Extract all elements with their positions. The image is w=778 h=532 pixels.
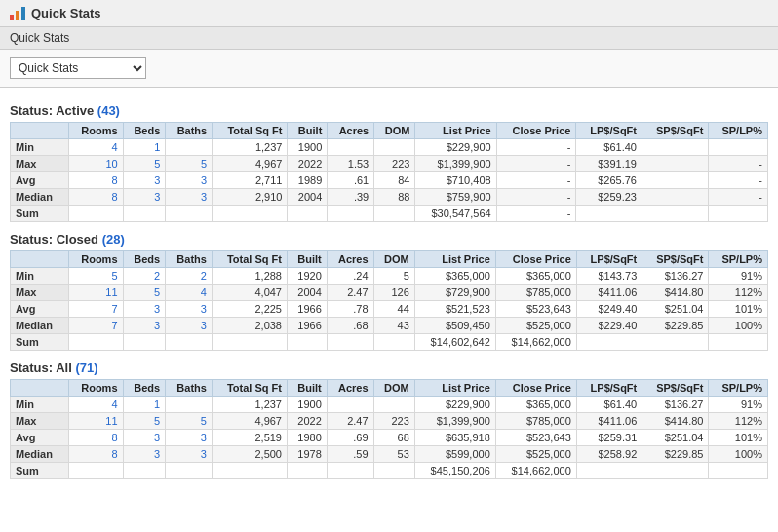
blue-value: 2 bbox=[201, 270, 207, 282]
cell-acres: .24 bbox=[327, 268, 373, 285]
col-header: Total Sq Ft bbox=[212, 251, 287, 268]
cell-built: 1920 bbox=[287, 268, 327, 285]
cell-beds: 1 bbox=[123, 397, 166, 413]
cell-spsqft: $251.04 bbox=[642, 301, 709, 318]
blue-value: 1 bbox=[154, 141, 160, 153]
cell-beds: 5 bbox=[123, 413, 166, 430]
cell-rooms bbox=[69, 463, 124, 479]
blue-value: 8 bbox=[112, 174, 118, 186]
col-header: Total Sq Ft bbox=[213, 123, 288, 139]
cell-rooms: 7 bbox=[69, 318, 124, 334]
cell-baths: 3 bbox=[166, 189, 213, 206]
cell-beds: 3 bbox=[123, 318, 166, 334]
cell-built: 2004 bbox=[287, 285, 327, 301]
col-header: Rooms bbox=[69, 380, 124, 397]
cell-dom: 88 bbox=[374, 189, 415, 206]
col-header: SP$/SqFt bbox=[642, 251, 709, 268]
cell-built: 1966 bbox=[287, 301, 327, 318]
blue-value: 1 bbox=[154, 399, 160, 410]
cell-closeprice: $14,662,000 bbox=[495, 334, 576, 351]
cell-lpsqft: $258.92 bbox=[576, 446, 642, 463]
cell-acres: .69 bbox=[327, 430, 373, 446]
blue-value: 3 bbox=[201, 320, 207, 331]
cell-label: Min bbox=[11, 397, 69, 413]
cell-sqft: 4,967 bbox=[212, 413, 287, 430]
cell-label: Median bbox=[11, 446, 69, 463]
cell-rooms: 4 bbox=[69, 397, 124, 413]
cell-beds: 3 bbox=[123, 446, 166, 463]
cell-lpsqft: $61.40 bbox=[576, 397, 642, 413]
col-header: Close Price bbox=[495, 380, 576, 397]
cell-acres bbox=[327, 463, 373, 479]
cell-lpsqft: $391.19 bbox=[576, 156, 642, 172]
cell-beds: 2 bbox=[123, 268, 166, 285]
table-row: Max11544,04720042.47126$729,900$785,000$… bbox=[11, 285, 768, 301]
cell-rooms: 8 bbox=[69, 430, 124, 446]
cell-dom bbox=[374, 206, 415, 222]
quick-stats-dropdown[interactable]: Quick Stats bbox=[10, 57, 146, 79]
cell-acres: .59 bbox=[327, 446, 373, 463]
cell-listprice: $14,602,642 bbox=[414, 334, 495, 351]
cell-lpsqft: $265.76 bbox=[576, 172, 642, 189]
cell-rooms: 5 bbox=[69, 268, 124, 285]
cell-listprice: $45,150,206 bbox=[414, 463, 495, 479]
table-row: Avg8332,5191980.6968$635,918$523,643$259… bbox=[11, 430, 768, 446]
cell-dom: 44 bbox=[373, 301, 414, 318]
toolbar: Quick Stats bbox=[0, 50, 778, 88]
cell-listprice: $30,547,564 bbox=[415, 206, 496, 222]
blue-value: 3 bbox=[154, 448, 160, 460]
blue-value: 7 bbox=[111, 320, 117, 331]
blue-value: 7 bbox=[111, 303, 117, 315]
cell-rooms: 10 bbox=[69, 156, 124, 172]
chart-icon bbox=[10, 7, 25, 20]
cell-lpsqft: $143.73 bbox=[576, 268, 642, 285]
cell-rooms: 4 bbox=[69, 139, 124, 156]
col-header: List Price bbox=[414, 380, 495, 397]
blue-value: 3 bbox=[201, 191, 207, 203]
cell-sqft: 2,500 bbox=[212, 446, 287, 463]
cell-splp: 112% bbox=[709, 413, 768, 430]
cell-label: Sum bbox=[11, 334, 69, 351]
blue-value: 3 bbox=[154, 320, 160, 331]
table-row: Sum$30,547,564- bbox=[11, 206, 768, 222]
cell-lpsqft bbox=[576, 206, 642, 222]
cell-acres: 1.53 bbox=[328, 156, 374, 172]
cell-lpsqft bbox=[576, 334, 642, 351]
cell-closeprice: $523,643 bbox=[495, 430, 576, 446]
cell-lpsqft: $411.06 bbox=[576, 285, 642, 301]
cell-label: Median bbox=[11, 189, 69, 206]
cell-rooms: 11 bbox=[69, 285, 124, 301]
cell-acres bbox=[327, 397, 373, 413]
blue-value: 3 bbox=[201, 432, 207, 443]
cell-baths: 3 bbox=[166, 301, 213, 318]
cell-built bbox=[287, 463, 327, 479]
table-row: Min411,2371900$229,900$365,000$61.40$136… bbox=[11, 397, 768, 413]
col-header: SP/LP% bbox=[709, 251, 768, 268]
cell-closeprice: $523,643 bbox=[495, 301, 576, 318]
blue-value: 2 bbox=[154, 270, 160, 282]
cell-built: 2022 bbox=[288, 156, 328, 172]
cell-listprice: $635,918 bbox=[414, 430, 495, 446]
cell-baths: 3 bbox=[166, 430, 213, 446]
cell-splp: - bbox=[709, 189, 768, 206]
cell-splp: 101% bbox=[709, 430, 768, 446]
cell-label: Sum bbox=[11, 206, 69, 222]
cell-acres bbox=[327, 334, 373, 351]
section-title-active: Status: Active (43) bbox=[10, 103, 768, 118]
col-header: SP$/SqFt bbox=[642, 123, 708, 139]
cell-baths bbox=[166, 463, 213, 479]
cell-spsqft bbox=[642, 206, 708, 222]
cell-spsqft bbox=[642, 139, 708, 156]
col-header: Acres bbox=[328, 123, 374, 139]
cell-acres: 2.47 bbox=[327, 285, 373, 301]
cell-label: Avg bbox=[11, 172, 69, 189]
cell-sqft: 4,047 bbox=[212, 285, 287, 301]
cell-spsqft bbox=[642, 463, 709, 479]
cell-built bbox=[288, 206, 328, 222]
cell-lpsqft: $259.31 bbox=[576, 430, 642, 446]
table-row: Max11554,96720222.47223$1,399,900$785,00… bbox=[11, 413, 768, 430]
cell-listprice: $759,900 bbox=[415, 189, 496, 206]
table-row: Avg7332,2251966.7844$521,523$523,643$249… bbox=[11, 301, 768, 318]
blue-value: 10 bbox=[105, 158, 117, 170]
cell-splp: 100% bbox=[709, 318, 768, 334]
